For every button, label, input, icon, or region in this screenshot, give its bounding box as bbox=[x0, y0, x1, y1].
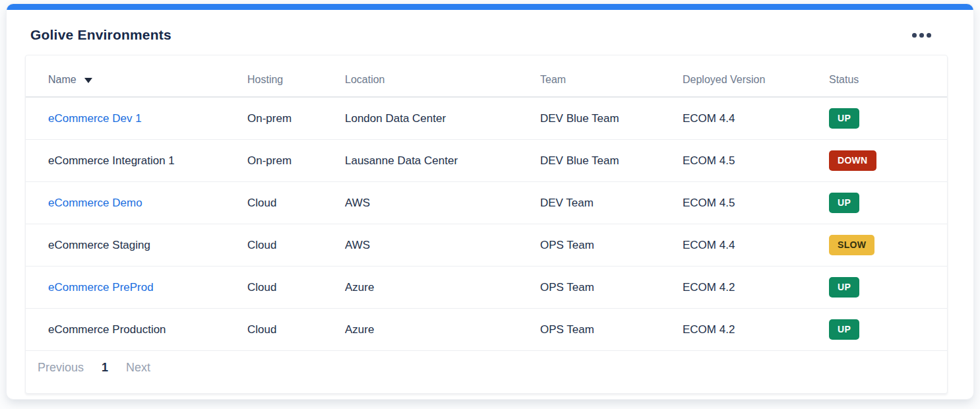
cell-name: eCommerce Integration 1 bbox=[26, 140, 247, 182]
environment-row: eCommerce ProductionCloudAzureOPS TeamEC… bbox=[26, 309, 947, 351]
status-badge: UP bbox=[829, 193, 859, 213]
cell-hosting: Cloud bbox=[247, 267, 345, 309]
cell-hosting: Cloud bbox=[247, 224, 345, 267]
cell-location: AWS bbox=[345, 182, 540, 224]
cell-hosting: On-prem bbox=[247, 140, 345, 182]
cell-hosting: On-prem bbox=[247, 97, 345, 140]
environment-row: eCommerce Dev 1On-premLondon Data Center… bbox=[26, 97, 947, 140]
column-header-label: Name bbox=[48, 74, 77, 85]
cell-team: DEV Blue Team bbox=[540, 140, 683, 182]
cell-status: SLOW bbox=[829, 224, 947, 267]
column-header-label: Team bbox=[540, 74, 566, 85]
cell-team: DEV Team bbox=[540, 182, 683, 224]
cell-version: ECOM 4.5 bbox=[683, 140, 829, 182]
ellipsis-icon bbox=[912, 33, 917, 38]
sort-desc-icon bbox=[84, 78, 92, 83]
cell-status: UP bbox=[829, 309, 947, 351]
cell-team: OPS Team bbox=[540, 267, 683, 309]
page: Golive Environments NameHostingLocationT… bbox=[0, 4, 980, 399]
column-header-hosting[interactable]: Hosting bbox=[247, 55, 345, 97]
cell-location: Lausanne Data Center bbox=[345, 140, 540, 182]
status-badge: UP bbox=[829, 108, 859, 129]
cell-team: DEV Blue Team bbox=[540, 97, 683, 140]
environment-link[interactable]: eCommerce Demo bbox=[48, 197, 142, 209]
card-accent-bar bbox=[7, 4, 973, 10]
column-header-label: Hosting bbox=[247, 74, 283, 85]
environments-table-panel: NameHostingLocationTeamDeployed VersionS… bbox=[25, 55, 948, 394]
column-header-team[interactable]: Team bbox=[540, 55, 683, 97]
cell-version: ECOM 4.2 bbox=[683, 309, 829, 351]
environments-table: NameHostingLocationTeamDeployed VersionS… bbox=[26, 55, 947, 351]
environment-row: eCommerce Integration 1On-premLausanne D… bbox=[26, 140, 947, 182]
environment-row: eCommerce DemoCloudAWSDEV TeamECOM 4.5UP bbox=[26, 182, 947, 224]
status-badge: UP bbox=[829, 319, 859, 340]
status-badge: SLOW bbox=[829, 235, 874, 255]
environment-row: eCommerce PreProdCloudAzureOPS TeamECOM … bbox=[26, 267, 947, 309]
cell-status: DOWN bbox=[829, 140, 947, 182]
cell-hosting: Cloud bbox=[247, 309, 345, 351]
cell-name: eCommerce Staging bbox=[26, 224, 247, 267]
cell-version: ECOM 4.5 bbox=[683, 182, 829, 224]
pagination-previous[interactable]: Previous bbox=[38, 361, 84, 375]
cell-name: eCommerce PreProd bbox=[26, 267, 247, 309]
pagination-page-1[interactable]: 1 bbox=[102, 361, 108, 375]
cell-hosting: Cloud bbox=[247, 182, 345, 224]
environment-link[interactable]: eCommerce Dev 1 bbox=[48, 112, 142, 125]
status-badge: DOWN bbox=[829, 150, 876, 171]
ellipsis-icon bbox=[927, 33, 931, 38]
column-header-version[interactable]: Deployed Version bbox=[683, 55, 829, 97]
cell-version: ECOM 4.2 bbox=[683, 267, 829, 309]
cell-name: eCommerce Dev 1 bbox=[26, 97, 247, 140]
cell-location: Azure bbox=[345, 267, 540, 309]
column-header-label: Status bbox=[829, 74, 859, 85]
column-header-label: Location bbox=[345, 74, 385, 85]
card-title: Golive Environments bbox=[30, 27, 171, 43]
cell-name: eCommerce Production bbox=[26, 309, 247, 351]
environment-row: eCommerce StagingCloudAWSOPS TeamECOM 4.… bbox=[26, 224, 947, 267]
column-header-label: Deployed Version bbox=[683, 74, 765, 85]
cell-location: AWS bbox=[345, 224, 540, 267]
more-actions-button[interactable] bbox=[911, 28, 933, 43]
column-header-location[interactable]: Location bbox=[345, 55, 540, 97]
cell-status: UP bbox=[829, 97, 947, 140]
cell-location: London Data Center bbox=[345, 97, 540, 140]
column-header-name[interactable]: Name bbox=[26, 55, 247, 97]
environment-link[interactable]: eCommerce PreProd bbox=[48, 281, 154, 294]
card-header: Golive Environments bbox=[7, 10, 973, 55]
table-header-row: NameHostingLocationTeamDeployed VersionS… bbox=[26, 55, 947, 97]
cell-name: eCommerce Demo bbox=[26, 182, 247, 224]
golive-environments-card: Golive Environments NameHostingLocationT… bbox=[7, 4, 973, 399]
cell-version: ECOM 4.4 bbox=[683, 97, 829, 140]
cell-status: UP bbox=[829, 267, 947, 309]
column-header-status[interactable]: Status bbox=[829, 55, 947, 97]
ellipsis-icon bbox=[919, 33, 924, 38]
pagination: Previous 1 Next bbox=[26, 351, 947, 393]
cell-team: OPS Team bbox=[540, 309, 683, 351]
cell-status: UP bbox=[829, 182, 947, 224]
cell-team: OPS Team bbox=[540, 224, 683, 267]
status-badge: UP bbox=[829, 277, 859, 298]
pagination-next[interactable]: Next bbox=[126, 361, 150, 375]
cell-version: ECOM 4.4 bbox=[683, 224, 829, 267]
cell-location: Azure bbox=[345, 309, 540, 351]
